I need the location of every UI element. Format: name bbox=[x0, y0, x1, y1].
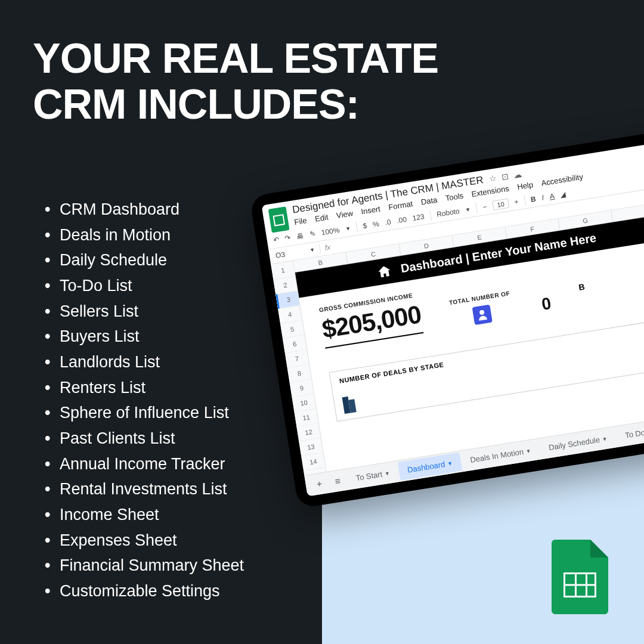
feature-item: Deals in Motion bbox=[45, 222, 244, 248]
fx-icon: fx bbox=[324, 243, 331, 252]
format-123-icon[interactable]: 123 bbox=[412, 212, 425, 222]
feature-item: Daily Schedule bbox=[45, 247, 244, 273]
cloud-icon[interactable]: ☁ bbox=[513, 169, 522, 180]
feature-item: Income Sheet bbox=[45, 502, 244, 528]
feature-item: Sphere of Influence List bbox=[45, 400, 244, 426]
feature-item: Sellers List bbox=[45, 299, 244, 324]
all-sheets-button[interactable]: ≡ bbox=[328, 471, 348, 491]
font-size-plus[interactable]: + bbox=[513, 197, 519, 206]
feature-item: Annual Income Tracker bbox=[45, 451, 244, 477]
font-size-minus[interactable]: − bbox=[482, 202, 488, 211]
currency-icon[interactable]: $ bbox=[363, 221, 368, 230]
feature-item: Renters List bbox=[45, 375, 244, 401]
print-icon[interactable]: 🖶 bbox=[296, 231, 304, 241]
tab-to-do[interactable]: To Do L bbox=[615, 421, 644, 446]
menu-item[interactable]: File bbox=[293, 216, 307, 227]
menu-item[interactable]: View bbox=[336, 209, 354, 220]
feature-list: CRM DashboardDeals in MotionDaily Schedu… bbox=[45, 197, 244, 604]
decimal-decrease-icon[interactable]: .0 bbox=[385, 218, 392, 227]
font-select[interactable]: Roboto bbox=[436, 207, 460, 219]
font-size-input[interactable]: 10 bbox=[493, 199, 509, 210]
metric-count-value: 0 bbox=[540, 294, 552, 314]
contact-icon bbox=[472, 305, 492, 325]
metric-gross-commission: GROSS COMMISSION INCOME $205,000 bbox=[318, 291, 423, 348]
feature-item: Rental Investments List bbox=[45, 476, 244, 502]
percent-icon[interactable]: % bbox=[372, 219, 380, 228]
menu-item[interactable]: Format bbox=[388, 199, 413, 212]
feature-item: Landlords List bbox=[45, 349, 244, 375]
fill-color-icon[interactable]: ◢ bbox=[560, 190, 566, 199]
menu-item[interactable]: Insert bbox=[360, 205, 380, 216]
italic-icon[interactable]: I bbox=[541, 193, 544, 202]
spreadsheet-screen: Designed for Agents | The CRM | MASTER ☆… bbox=[262, 142, 644, 497]
sheets-logo-icon bbox=[268, 206, 290, 233]
headline-line-2: CRM INCLUDES: bbox=[33, 82, 438, 128]
metric-total-number: TOTAL NUMBER OF bbox=[448, 290, 513, 329]
add-sheet-button[interactable]: + bbox=[309, 474, 330, 494]
menu-item[interactable]: Help bbox=[516, 180, 534, 191]
headline-line-1: YOUR REAL ESTATE bbox=[33, 36, 438, 82]
name-box[interactable]: O3 bbox=[275, 247, 306, 260]
home-icon bbox=[377, 265, 391, 278]
menu-item[interactable]: Edit bbox=[314, 212, 329, 223]
feature-item: Past Clients List bbox=[45, 426, 244, 451]
redo-icon[interactable]: ↷ bbox=[284, 234, 292, 243]
metric-suffix: B bbox=[578, 281, 586, 292]
text-color-icon[interactable]: A bbox=[549, 192, 555, 201]
zoom-select[interactable]: 100% bbox=[321, 226, 340, 237]
undo-icon[interactable]: ↶ bbox=[273, 236, 280, 244]
menu-item[interactable]: Tools bbox=[445, 191, 464, 203]
headline: YOUR REAL ESTATE CRM INCLUDES: bbox=[33, 36, 438, 128]
metric-count: 0 bbox=[540, 290, 552, 314]
google-sheets-icon bbox=[552, 540, 608, 614]
document-title-icons: ☆ ⊡ ☁ bbox=[488, 169, 522, 184]
feature-item: Customizable Settings bbox=[45, 578, 244, 604]
star-icon[interactable]: ☆ bbox=[488, 173, 497, 184]
bold-icon[interactable]: B bbox=[530, 194, 537, 203]
feature-item: Expenses Sheet bbox=[45, 528, 244, 553]
move-icon[interactable]: ⊡ bbox=[501, 171, 509, 182]
decimal-increase-icon[interactable]: .00 bbox=[396, 215, 407, 225]
feature-item: Buyers List bbox=[45, 324, 244, 349]
metric-label: TOTAL NUMBER OF bbox=[448, 290, 510, 306]
menu-item[interactable]: Data bbox=[420, 195, 438, 206]
feature-item: CRM Dashboard bbox=[45, 197, 244, 222]
feature-item: To-Do List bbox=[45, 273, 244, 299]
feature-item: Financial Summary Sheet bbox=[45, 553, 244, 578]
paint-format-icon[interactable]: ✎ bbox=[309, 230, 316, 239]
